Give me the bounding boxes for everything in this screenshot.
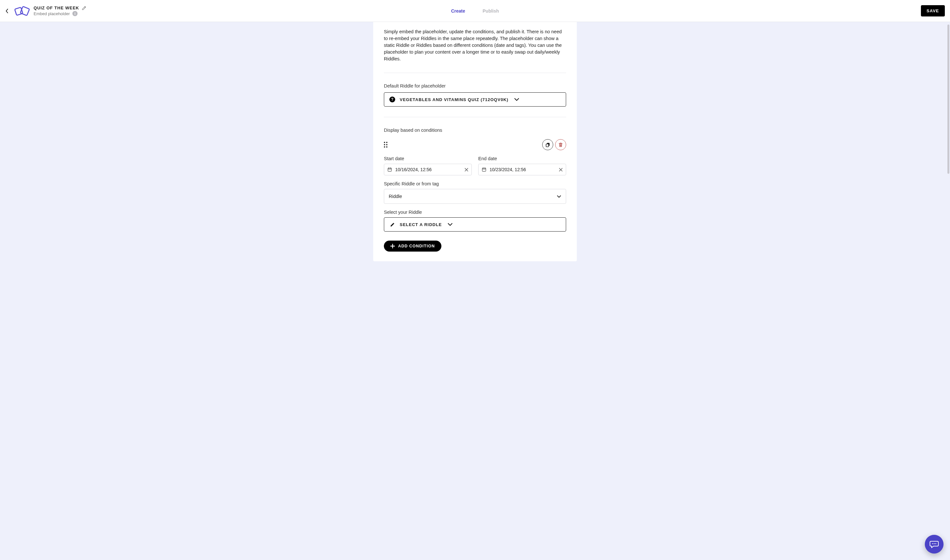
chat-button[interactable]: [925, 535, 944, 554]
tab-publish[interactable]: Publish: [483, 8, 499, 14]
clear-end-date[interactable]: [559, 168, 563, 171]
svg-rect-3: [546, 144, 548, 147]
header-right: SAVE: [921, 5, 945, 17]
default-riddle-selector[interactable]: ? VEGETABLES AND VITAMINS QUIZ (712OQV0K…: [384, 92, 566, 106]
condition-block: Start date 10/16/2024, 12:56 End: [384, 139, 566, 252]
end-date-value: 10/23/2024, 12:56: [490, 167, 556, 172]
select-riddle-selector[interactable]: SELECT A RIDDLE: [384, 217, 566, 232]
select-riddle-label: Select your Riddle: [384, 209, 566, 215]
close-icon: [559, 168, 563, 171]
start-date-label: Start date: [384, 156, 472, 161]
pencil-icon: [82, 6, 86, 10]
condition-header: [384, 139, 566, 150]
pencil-icon: [389, 222, 395, 228]
source-label: Specific Riddle or from tag: [384, 181, 566, 186]
page-subtitle: Embed placeholder: [34, 11, 70, 16]
date-row: Start date 10/16/2024, 12:56 End: [384, 156, 566, 175]
main-viewport: Simply embed the placeholder, update the…: [0, 22, 950, 560]
intro-text: Simply embed the placeholder, update the…: [384, 28, 566, 62]
select-riddle-field: Select your Riddle SELECT A RIDDLE: [384, 209, 566, 232]
back-button[interactable]: [4, 8, 10, 14]
save-button[interactable]: SAVE: [921, 5, 945, 17]
scrollbar-thumb[interactable]: [947, 25, 949, 174]
default-riddle-label: Default Riddle for placeholder: [384, 83, 566, 88]
edit-title-button[interactable]: [82, 6, 86, 10]
chevron-left-icon: [6, 9, 8, 13]
start-date-field: Start date 10/16/2024, 12:56: [384, 156, 472, 175]
svg-rect-4: [388, 168, 392, 171]
end-date-input[interactable]: 10/23/2024, 12:56: [478, 164, 566, 175]
start-date-value: 10/16/2024, 12:56: [395, 167, 461, 172]
svg-point-7: [934, 543, 935, 544]
chevron-down-icon: [514, 98, 519, 101]
logo-icon: [14, 5, 30, 17]
duplicate-condition-button[interactable]: [542, 139, 553, 150]
delete-condition-button[interactable]: [555, 139, 566, 150]
calendar-icon: [482, 167, 486, 172]
chevron-down-icon: [447, 223, 453, 226]
add-condition-label: ADD CONDITION: [398, 244, 435, 248]
trash-icon: [558, 142, 563, 147]
calendar-icon: [387, 167, 392, 172]
page-title: QUIZ OF THE WEEK: [34, 6, 79, 10]
info-icon[interactable]: i: [72, 11, 77, 16]
add-condition-button[interactable]: ADD CONDITION: [384, 241, 441, 252]
start-date-input[interactable]: 10/16/2024, 12:56: [384, 164, 472, 175]
editor-panel: Simply embed the placeholder, update the…: [373, 22, 577, 261]
scrollbar[interactable]: [947, 25, 949, 557]
drag-handle[interactable]: [384, 142, 387, 148]
close-icon: [465, 168, 468, 171]
plus-icon: [390, 244, 395, 248]
tab-create[interactable]: Create: [451, 8, 465, 14]
svg-rect-5: [483, 168, 486, 171]
app-logo[interactable]: [14, 5, 30, 17]
chevron-down-icon: [557, 195, 561, 198]
copy-icon: [546, 142, 550, 147]
svg-point-8: [935, 543, 936, 544]
app-header: QUIZ OF THE WEEK Embed placeholder i Cre…: [0, 0, 950, 22]
condition-actions: [542, 139, 566, 150]
source-value: Riddle: [389, 194, 402, 199]
source-field: Specific Riddle or from tag Riddle: [384, 181, 566, 204]
end-date-field: End date 10/23/2024, 12:56: [478, 156, 566, 175]
title-block: QUIZ OF THE WEEK Embed placeholder i: [34, 6, 86, 16]
conditions-label: Display based on conditions: [384, 128, 566, 133]
source-select[interactable]: Riddle: [384, 189, 566, 204]
chat-icon: [930, 540, 939, 548]
select-riddle-value: SELECT A RIDDLE: [400, 222, 442, 227]
default-riddle-value: VEGETABLES AND VITAMINS QUIZ (712OQV0K): [400, 97, 508, 102]
svg-point-6: [932, 543, 933, 544]
clear-start-date[interactable]: [465, 168, 468, 171]
end-date-label: End date: [478, 156, 566, 161]
question-icon: ?: [389, 97, 395, 102]
divider: [384, 117, 566, 117]
